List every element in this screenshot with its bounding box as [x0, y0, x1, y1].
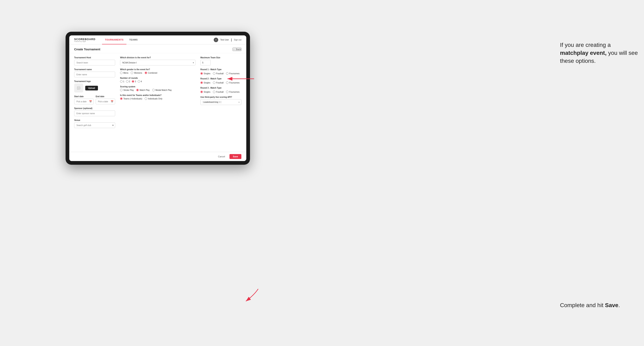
gender-combined-radio[interactable] — [145, 72, 147, 74]
round1-singles[interactable]: Singles — [200, 72, 210, 75]
tournament-logo-label: Tournament logo — [74, 80, 115, 82]
back-button[interactable]: ← Back — [232, 48, 241, 51]
scoring-radio-group: Stroke Play Match Play Medal Match Play — [120, 89, 196, 91]
division-label: Which division is the event for? — [120, 56, 196, 59]
venue-clear-icon[interactable]: ▾ — [112, 124, 114, 127]
round3-singles-label: Singles — [204, 91, 210, 93]
cancel-button[interactable]: Cancel — [216, 154, 228, 159]
page-title: Create Tournament — [74, 48, 100, 51]
round3-fourball[interactable]: Fourball — [213, 91, 224, 93]
nav-links: TOURNAMENTS TEAMS — [102, 35, 214, 44]
scoring-medal-radio[interactable] — [152, 89, 155, 91]
rounds-group: Number of rounds 1 2 — [120, 77, 196, 83]
teams-label: Is this event for Teams and/or Individua… — [120, 94, 196, 96]
gender-group: Which gender is the event for? Mens Wome… — [120, 68, 196, 74]
save-button[interactable]: Save — [230, 154, 241, 159]
tournament-logo-group: Tournament logo Upload — [74, 80, 115, 92]
round-1[interactable]: 1 — [120, 80, 124, 83]
venue-label: Venue — [74, 119, 115, 121]
scoring-stroke-play[interactable]: Stroke Play — [120, 89, 134, 91]
arrow-bottom — [242, 287, 262, 304]
logo-area: SCOREBOARD Powered by clippit — [74, 38, 96, 42]
end-date-wrapper: 📅 — [96, 99, 115, 104]
api-select-content[interactable]: Leaderboard King ✕ ▾ — [200, 99, 241, 105]
annotation-right: If you are creating a matchplay event, y… — [560, 41, 638, 65]
round3-singles-radio[interactable] — [200, 91, 203, 93]
scoring-match-radio[interactable] — [136, 89, 139, 91]
api-dropdown-icon: ▾ — [238, 101, 240, 103]
individuals-option[interactable]: Individuals Only — [145, 97, 162, 100]
round-4[interactable]: 4 — [138, 80, 142, 83]
nav-tournaments[interactable]: TOURNAMENTS — [102, 35, 126, 44]
round3-singles[interactable]: Singles — [200, 91, 210, 93]
round-1-radio[interactable] — [120, 80, 122, 83]
end-date-group: End date 📅 — [96, 95, 115, 104]
round-2-label: 2 — [129, 80, 130, 83]
round3-fourball-radio[interactable] — [213, 91, 215, 93]
rounds-radio-group: 1 2 3 4 — [120, 80, 196, 83]
round2-fourball-radio[interactable] — [213, 81, 215, 84]
round2-singles[interactable]: Singles — [200, 81, 210, 84]
round1-fourball-radio[interactable] — [213, 72, 215, 75]
round1-fourball[interactable]: Fourball — [213, 72, 224, 75]
round1-fourball-label: Fourball — [216, 72, 224, 75]
round3-match-type: Round 3 - Match Type Singles Fourball — [200, 87, 241, 93]
gender-womens[interactable]: Womens — [131, 72, 142, 74]
separator: | — [231, 38, 232, 42]
round2-fourball[interactable]: Fourball — [213, 81, 224, 84]
max-team-input[interactable] — [200, 60, 211, 65]
teams-radio[interactable] — [120, 97, 122, 100]
round-2-radio[interactable] — [126, 80, 128, 83]
round-4-radio[interactable] — [138, 80, 140, 83]
date-row: Start date 📅 End date 📅 — [74, 95, 115, 104]
round-3-radio[interactable] — [132, 80, 134, 83]
scoring-group: Scoring system Stroke Play Match Play — [120, 86, 196, 91]
scoring-stroke-radio[interactable] — [120, 89, 122, 91]
avatar: T — [214, 38, 218, 42]
tournament-name-label: Tournament name — [74, 68, 115, 71]
calendar-icon: 📅 — [89, 100, 92, 103]
round2-singles-radio[interactable] — [200, 81, 203, 84]
tablet-screen: SCOREBOARD Powered by clippit TOURNAMENT… — [69, 35, 246, 161]
scoring-match-label: Match Play — [140, 89, 150, 91]
gender-womens-radio[interactable] — [131, 72, 133, 74]
sponsor-group: Sponsor (optional) — [74, 107, 115, 116]
scoring-match-play[interactable]: Match Play — [136, 89, 150, 91]
start-date-wrapper: 📅 — [74, 99, 94, 104]
start-date-label: Start date — [74, 95, 94, 98]
gender-radio-group: Mens Womens Combined — [120, 72, 196, 74]
round-2[interactable]: 2 — [126, 80, 130, 83]
rounds-label: Number of rounds — [120, 77, 196, 79]
teams-group: Is this event for Teams and/or Individua… — [120, 94, 196, 100]
gender-mens-radio[interactable] — [120, 72, 122, 74]
scoring-label: Scoring system — [120, 86, 196, 88]
round3-foursomes-radio[interactable] — [226, 91, 228, 93]
nav-teams[interactable]: TEAMS — [126, 35, 140, 44]
tournament-host-label: Tournament Host — [74, 56, 115, 59]
api-tag-close[interactable]: ✕ — [219, 101, 221, 103]
tournament-host-group: Tournament Host — [74, 56, 115, 65]
round3-foursomes[interactable]: Foursomes — [226, 91, 240, 93]
round-3[interactable]: 3 — [132, 80, 136, 83]
api-label: Use third-party live scoring API? — [200, 96, 241, 98]
sponsor-input[interactable] — [74, 111, 115, 116]
tournament-name-group: Tournament name — [74, 68, 115, 77]
tournament-name-input[interactable] — [74, 72, 115, 77]
round3-label: Round 3 - Match Type — [200, 87, 241, 89]
individuals-radio[interactable] — [145, 97, 147, 100]
scoring-medal-match[interactable]: Medal Match Play — [152, 89, 172, 91]
gender-mens[interactable]: Mens — [120, 72, 128, 74]
max-team-group: Maximum Team Size — [200, 56, 241, 65]
upload-button[interactable]: Upload — [85, 86, 98, 90]
teams-label-text: Teams (+Individuals) — [123, 98, 142, 100]
round1-singles-radio[interactable] — [200, 72, 203, 75]
division-select[interactable]: NCAA Division I — [120, 60, 196, 65]
venue-input[interactable] — [74, 122, 115, 128]
individuals-label: Individuals Only — [148, 98, 162, 100]
round2-singles-label: Singles — [204, 82, 210, 84]
teams-option[interactable]: Teams (+Individuals) — [120, 97, 142, 100]
max-team-label: Maximum Team Size — [200, 56, 241, 59]
tournament-host-input[interactable] — [74, 60, 115, 65]
sign-out-link[interactable]: Sign out — [234, 39, 241, 41]
gender-combined[interactable]: Combined — [145, 72, 157, 74]
